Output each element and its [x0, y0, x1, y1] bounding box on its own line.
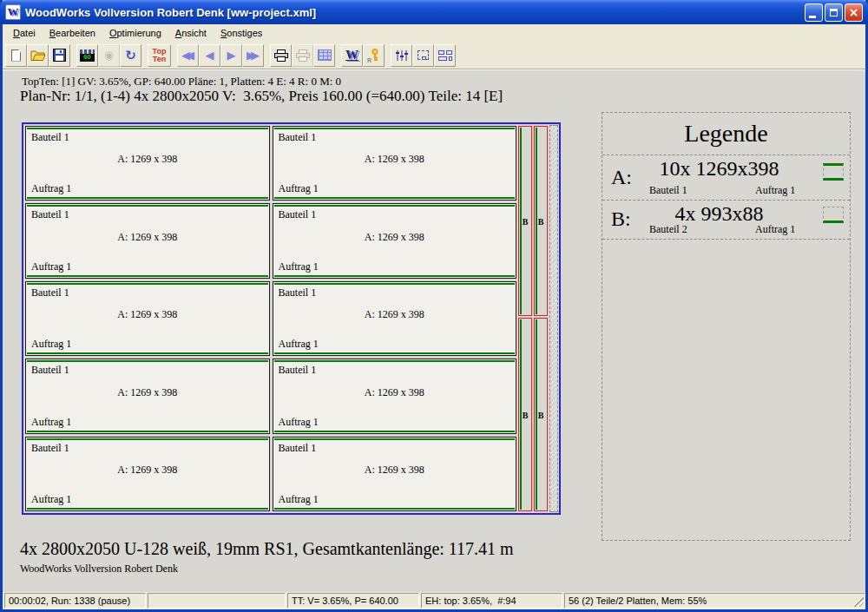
- part-b-strip[interactable]: B: [518, 126, 532, 316]
- edge-band-bottom: [27, 197, 268, 199]
- part-a-cell[interactable]: Bauteil 1 A: 1269 x 398 Auftrag 1: [273, 126, 517, 201]
- open-file-button[interactable]: [27, 44, 49, 67]
- part-a-cell[interactable]: Bauteil 1 A: 1269 x 398 Auftrag 1: [25, 359, 270, 433]
- start-optimization-button[interactable]: GO: [76, 44, 98, 67]
- printer-disabled-icon: [295, 49, 311, 62]
- minimize-icon: [809, 16, 816, 18]
- legend-row-b: B: 4x 993x88 Bauteil 2 Auftrag 1: [602, 201, 850, 240]
- close-button[interactable]: ×: [845, 3, 863, 22]
- edge-band-top: [27, 438, 268, 440]
- part-a-cell[interactable]: Bauteil 1 A: 1269 x 398 Auftrag 1: [273, 437, 517, 511]
- menu-sonstiges[interactable]: Sonstiges: [214, 26, 269, 40]
- last-plan-button[interactable]: ▶▶: [242, 44, 264, 67]
- new-file-button[interactable]: [5, 44, 27, 67]
- edge-band-bottom: [274, 197, 516, 199]
- part-name: Bauteil 1: [31, 442, 69, 455]
- edge-band-top: [27, 128, 268, 129]
- legend-key: A:: [611, 166, 632, 189]
- edge-band-bottom: [274, 352, 516, 354]
- record-icon: ◉: [104, 49, 114, 62]
- edge-band-bottom: [274, 508, 516, 510]
- selection-mode-button[interactable]: [412, 44, 434, 67]
- table-view-button[interactable]: [313, 44, 335, 67]
- topten-status-line: TopTen: [1] GV: 3.65%, GP: 640.00 Pläne:…: [22, 75, 341, 89]
- part-dimension: A: 1269 x 398: [273, 464, 516, 477]
- part-a-cell[interactable]: Bauteil 1 A: 1269 x 398 Auftrag 1: [25, 203, 270, 278]
- part-a-cell[interactable]: Bauteil 1 A: 1269 x 398 Auftrag 1: [25, 437, 270, 511]
- print-preview-button: [292, 44, 313, 67]
- part-order: Auftrag 1: [31, 493, 71, 506]
- parameters-button[interactable]: [391, 44, 412, 67]
- part-b-strip[interactable]: B: [534, 126, 548, 316]
- menu-datei[interactable]: Datei: [6, 26, 43, 40]
- part-name: Bauteil 1: [279, 442, 317, 455]
- part-b-label: B: [535, 410, 547, 419]
- next-plan-button[interactable]: ▶: [220, 44, 242, 67]
- previous-plan-button[interactable]: ◀: [199, 44, 220, 67]
- plan-header: Plan-Nr: 1/1, (1-4) 4x 2800x2050 V: 3.65…: [20, 88, 503, 105]
- edge-banding-b-icon: [823, 207, 844, 223]
- last-icon: ▶▶: [247, 49, 260, 62]
- material-summary: 4x 2800x2050 U-128 weiß, 19mm RS1, Gesam…: [20, 539, 514, 559]
- status-memory: 56 (2) Teile/2 Platten, Mem: 55%: [564, 593, 865, 609]
- restart-button[interactable]: ↻: [120, 44, 141, 67]
- part-a-cell[interactable]: Bauteil 1 A: 1269 x 398 Auftrag 1: [25, 126, 270, 201]
- menu-ansicht[interactable]: Ansicht: [168, 26, 214, 40]
- part-name: Bauteil 1: [31, 208, 69, 221]
- part-b-strip[interactable]: B: [518, 318, 532, 511]
- part-order: Auftrag 1: [279, 182, 319, 195]
- legend-part: Bauteil 2: [649, 223, 687, 236]
- part-name: Bauteil 1: [279, 364, 317, 377]
- legend-key: B:: [611, 207, 631, 231]
- layout-view-button[interactable]: [434, 44, 456, 67]
- next-icon: ▶: [227, 49, 236, 62]
- edge-band-bottom: [27, 275, 268, 277]
- floppy-disk-icon: [53, 49, 66, 62]
- maximize-icon: [830, 9, 838, 16]
- part-b-label: B: [519, 216, 531, 226]
- part-name: Bauteil 1: [279, 208, 317, 221]
- waste-strip: [549, 125, 558, 512]
- first-icon: ◀◀: [181, 49, 194, 62]
- menu-bearbeiten[interactable]: Bearbeiten: [43, 26, 102, 40]
- part-name: Bauteil 1: [31, 286, 69, 299]
- license-button[interactable]: R: [363, 44, 385, 67]
- edge-band-top: [27, 283, 268, 285]
- part-order: Auftrag 1: [31, 260, 71, 273]
- part-order: Auftrag 1: [279, 260, 319, 273]
- part-b-label: B: [535, 216, 547, 226]
- menu-optimierung[interactable]: Optimierung: [102, 26, 168, 40]
- edge-banding-a-icon: [823, 163, 844, 181]
- edge-band-top: [274, 360, 516, 362]
- title-bar[interactable]: W WoodWorks Vollversion Robert Denk [ww-…: [0, 0, 868, 24]
- part-a-cell[interactable]: Bauteil 1 A: 1269 x 398 Auftrag 1: [273, 281, 517, 356]
- edge-band-top: [27, 205, 268, 207]
- refresh-icon: ↻: [125, 48, 136, 63]
- edge-band-top: [274, 205, 516, 207]
- maximize-button[interactable]: [825, 3, 843, 22]
- table-grid-icon: [318, 49, 332, 61]
- legend-row-a: A: 10x 1269x398 Bauteil 1 Auftrag 1: [602, 155, 850, 201]
- part-a-cell[interactable]: Bauteil 1 A: 1269 x 398 Auftrag 1: [25, 281, 270, 356]
- print-button[interactable]: [270, 44, 292, 67]
- edge-band-top: [274, 283, 516, 285]
- first-plan-button[interactable]: ◀◀: [177, 44, 199, 67]
- parts-grid: Bauteil 1 A: 1269 x 398 Auftrag 1 Bautei…: [25, 126, 516, 511]
- resize-grip[interactable]: [853, 596, 864, 607]
- woodworks-info-button[interactable]: W: [341, 44, 363, 67]
- edge-band-bottom: [27, 508, 268, 510]
- key-letter: R: [367, 57, 372, 63]
- part-b-strip[interactable]: B: [534, 318, 548, 511]
- save-button[interactable]: [49, 44, 70, 67]
- part-a-cell[interactable]: Bauteil 1 A: 1269 x 398 Auftrag 1: [273, 359, 517, 433]
- part-order: Auftrag 1: [31, 182, 71, 195]
- top-ten-button[interactable]: Top Ten: [148, 44, 171, 67]
- part-name: Bauteil 1: [31, 364, 69, 377]
- part-order: Auftrag 1: [279, 416, 319, 429]
- part-order: Auftrag 1: [31, 338, 71, 351]
- part-a-cell[interactable]: Bauteil 1 A: 1269 x 398 Auftrag 1: [273, 203, 517, 278]
- minimize-button[interactable]: [805, 3, 823, 22]
- status-bar: 00:00:02, Run: 1338 (pause) TT: V= 3.65%…: [3, 592, 865, 609]
- top-ten-label: Top Ten: [153, 48, 167, 63]
- open-folder-icon: [30, 49, 46, 61]
